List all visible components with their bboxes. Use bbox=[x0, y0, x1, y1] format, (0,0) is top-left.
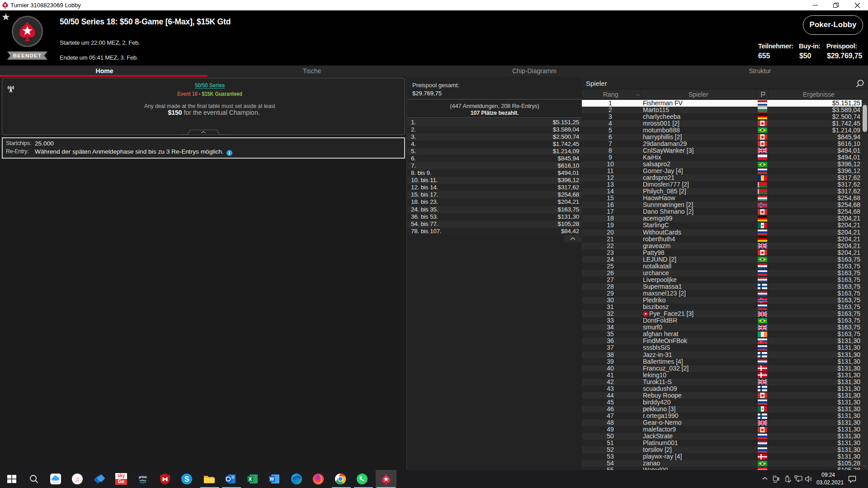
svg-text:video: video bbox=[140, 479, 146, 482]
svg-text:prime: prime bbox=[139, 475, 147, 479]
svg-text:S: S bbox=[184, 475, 189, 483]
svg-text:♫: ♫ bbox=[75, 475, 80, 483]
svg-text:X: X bbox=[248, 476, 252, 482]
svg-text:W: W bbox=[270, 477, 274, 482]
